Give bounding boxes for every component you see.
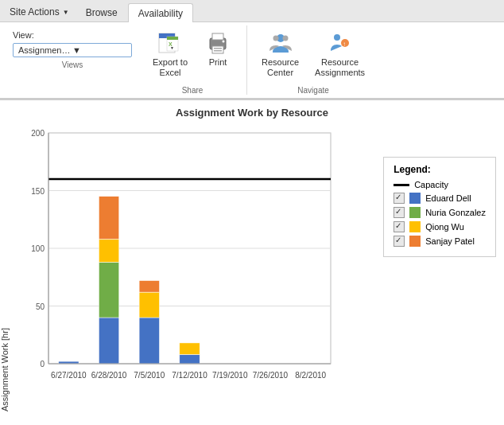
- view-dropdown[interactable]: Assignment Work by reso... ▼: [13, 43, 132, 57]
- legend-item-capacity: Capacity: [394, 180, 486, 189]
- svg-text:150: 150: [31, 187, 45, 196]
- y-axis-label: Assignment Work [hr]: [0, 125, 10, 411]
- legend-checkbox-2: [394, 207, 405, 218]
- legend-capacity-label: Capacity: [414, 180, 448, 189]
- chart-title: Assignment Work by Resource: [0, 107, 504, 119]
- views-section-label: Views: [13, 60, 132, 69]
- print-button[interactable]: Print: [199, 29, 237, 69]
- svg-text:7/5/2010: 7/5/2010: [134, 371, 165, 380]
- svg-rect-32: [99, 263, 118, 318]
- legend-checkbox-1: [394, 193, 405, 204]
- legend-item-qiong: Qiong Wu: [394, 221, 486, 232]
- view-dropdown-arrow: ▼: [72, 45, 126, 55]
- print-icon: [205, 30, 231, 56]
- capacity-line-icon: [394, 184, 409, 186]
- availability-label: Availability: [138, 8, 183, 19]
- site-actions-tab[interactable]: Site Actions ▼: [3, 2, 76, 21]
- export-excel-label: Export toExcel: [153, 57, 188, 78]
- svg-rect-34: [99, 197, 118, 240]
- legend-color-2: [409, 207, 421, 218]
- svg-text:6/27/2010: 6/27/2010: [51, 371, 87, 380]
- export-excel-icon: X ▼: [157, 30, 183, 56]
- legend-title: Legend:: [394, 164, 486, 175]
- chart-body: Assignment Work [hr] 0501001502006/27/20…: [0, 125, 504, 411]
- legend-item-eduard: Eduard Dell: [394, 193, 486, 204]
- chart-wrapper: Assignment Work by Resource Assignment W…: [0, 100, 504, 411]
- svg-text:8/2/2010: 8/2/2010: [295, 371, 326, 380]
- resource-center-label: ResourceCenter: [262, 57, 299, 78]
- chart-svg-wrapper: 0501001502006/27/20106/28/20107/5/20107/…: [13, 125, 504, 411]
- navigate-section: ResourceCenter ↑ ResourceAssignments Nav…: [247, 25, 379, 95]
- view-label: View:: [13, 30, 132, 40]
- share-label: Share: [182, 86, 204, 95]
- svg-point-15: [334, 34, 340, 41]
- legend-color-4: [409, 236, 421, 247]
- navigate-items: ResourceCenter ↑ ResourceAssignments: [257, 25, 370, 83]
- legend-item-sanjay: Sanjay Patel: [394, 236, 486, 247]
- ribbon: View: Assignment Work by reso... ▼ Views: [0, 22, 504, 100]
- legend-item-nuria: Nuria Gonzalez: [394, 207, 486, 218]
- svg-rect-9: [214, 48, 222, 49]
- svg-text:7/26/2010: 7/26/2010: [253, 371, 289, 380]
- svg-text:50: 50: [36, 302, 45, 311]
- view-dropdown-value: Assignment Work by reso...: [18, 45, 72, 55]
- svg-text:▼: ▼: [170, 45, 174, 50]
- legend-label-1: Eduard Dell: [425, 193, 471, 203]
- svg-rect-8: [212, 46, 223, 53]
- svg-rect-33: [99, 240, 118, 263]
- svg-text:7/12/2010: 7/12/2010: [172, 371, 207, 380]
- svg-rect-3: [167, 37, 178, 40]
- resource-assignments-icon: ↑: [328, 30, 353, 56]
- resource-assignments-button[interactable]: ↑ ResourceAssignments: [310, 29, 370, 80]
- svg-rect-7: [212, 33, 223, 40]
- svg-rect-10: [214, 50, 222, 52]
- svg-rect-36: [139, 292, 159, 318]
- site-actions-label: Site Actions: [10, 6, 60, 18]
- svg-point-11: [223, 41, 225, 43]
- ribbon-content: View: Assignment Work by reso... ▼ Views: [0, 22, 504, 99]
- svg-text:7/19/2010: 7/19/2010: [212, 371, 248, 380]
- legend-color-3: [409, 221, 421, 232]
- legend-checkbox-3: [394, 221, 405, 232]
- print-label: Print: [209, 57, 227, 68]
- svg-rect-39: [180, 343, 200, 355]
- browse-label: Browse: [86, 7, 118, 18]
- svg-point-13: [273, 36, 278, 41]
- export-excel-button[interactable]: X ▼ Export toExcel: [148, 29, 192, 80]
- svg-text:200: 200: [31, 129, 45, 138]
- chart-legend: Legend: Capacity Eduard Dell Nuria Gonza…: [383, 157, 496, 257]
- legend-label-3: Qiong Wu: [425, 222, 464, 232]
- svg-text:↑: ↑: [343, 41, 346, 48]
- svg-rect-31: [99, 318, 118, 364]
- resource-center-icon: [268, 30, 293, 56]
- share-items: X ▼ Export toExcel: [148, 25, 237, 83]
- svg-rect-37: [139, 281, 159, 293]
- svg-text:100: 100: [31, 244, 45, 253]
- svg-text:6/28/2010: 6/28/2010: [91, 371, 127, 380]
- svg-rect-38: [180, 355, 200, 365]
- legend-label-4: Sanjay Patel: [425, 236, 475, 246]
- share-section: X ▼ Export toExcel: [138, 25, 247, 95]
- legend-checkbox-4: [394, 236, 405, 247]
- legend-label-2: Nuria Gonzalez: [425, 208, 486, 217]
- view-section: View: Assignment Work by reso... ▼ Views: [6, 25, 138, 95]
- navigate-label: Navigate: [297, 86, 328, 95]
- availability-tab[interactable]: Availability: [128, 3, 193, 22]
- legend-color-1: [409, 193, 421, 204]
- dropdown-arrow-icon: ▼: [63, 9, 69, 16]
- browse-tab[interactable]: Browse: [76, 2, 128, 21]
- svg-point-14: [282, 36, 288, 41]
- resource-assignments-label: ResourceAssignments: [315, 57, 365, 78]
- resource-center-button[interactable]: ResourceCenter: [257, 29, 304, 80]
- svg-rect-35: [139, 318, 159, 364]
- svg-text:0: 0: [40, 360, 45, 368]
- tab-bar: Site Actions ▼ Browse Availability: [0, 0, 504, 22]
